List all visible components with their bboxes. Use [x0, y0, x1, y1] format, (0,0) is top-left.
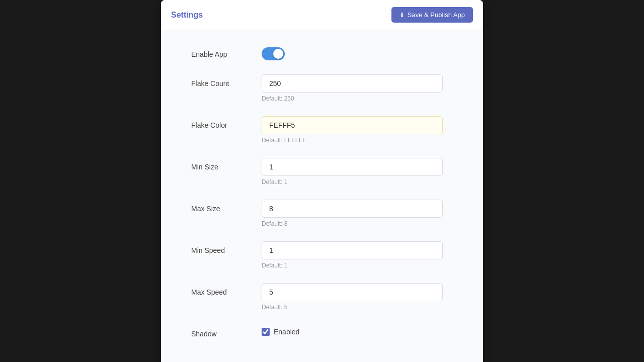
min-speed-hint: Default: 1 [262, 262, 443, 269]
max-speed-row: Max Speed Default: 5 [191, 283, 443, 311]
flake-count-row: Flake Count Default: 250 [191, 74, 443, 102]
min-size-label: Min Size [191, 158, 262, 171]
shadow-checkbox-row: Enabled [262, 325, 443, 336]
flake-count-label: Flake Count [191, 74, 262, 87]
max-size-hint: Default: 8 [262, 220, 443, 227]
enable-app-row: Enable App [191, 45, 443, 60]
shadow-row: Shadow Enabled [191, 325, 443, 338]
toggle-thumb [273, 49, 283, 59]
flake-color-label: Flake Color [191, 116, 262, 129]
shadow-checkbox[interactable] [262, 328, 270, 336]
flake-count-input[interactable] [262, 74, 443, 93]
shadow-control: Enabled [262, 325, 443, 336]
flake-color-hint: Default: FFFFFF [262, 137, 443, 144]
min-size-row: Min Size Default: 1 [191, 158, 443, 186]
enable-app-label: Enable App [191, 45, 262, 58]
max-size-label: Max Size [191, 200, 262, 213]
max-size-row: Max Size Default: 8 [191, 200, 443, 227]
shadow-label: Shadow [191, 325, 262, 338]
max-speed-hint: Default: 5 [262, 304, 443, 311]
save-publish-button-top[interactable]: Save & Publish App [391, 7, 473, 23]
max-speed-control: Default: 5 [262, 283, 443, 311]
flake-color-input[interactable] [262, 116, 443, 134]
flake-count-control: Default: 250 [262, 74, 443, 102]
app-container: Settings Save & Publish App Enable App [161, 0, 483, 362]
min-size-hint: Default: 1 [262, 178, 443, 186]
min-speed-input[interactable] [262, 241, 443, 259]
max-size-input[interactable] [262, 200, 443, 218]
enable-app-toggle[interactable] [262, 47, 285, 60]
min-speed-control: Default: 1 [262, 241, 443, 269]
download-icon [399, 11, 405, 19]
flake-color-row: Flake Color Default: FFFFFF [191, 116, 443, 144]
header: Settings Save & Publish App [161, 0, 483, 30]
toggle-wrapper [262, 45, 443, 60]
min-speed-label: Min Speed [191, 241, 262, 254]
enable-app-control [262, 45, 443, 60]
max-speed-input[interactable] [262, 283, 443, 301]
max-size-control: Default: 8 [262, 200, 443, 227]
min-size-input[interactable] [262, 158, 443, 176]
flake-count-hint: Default: 250 [262, 95, 443, 102]
settings-content: Enable App Flake Count Default: 250 [161, 30, 483, 362]
min-speed-row: Min Speed Default: 1 [191, 241, 443, 269]
shadow-checkbox-label: Enabled [274, 328, 299, 336]
min-size-control: Default: 1 [262, 158, 443, 186]
max-speed-label: Max Speed [191, 283, 262, 296]
page-title: Settings [171, 11, 203, 20]
flake-color-control: Default: FFFFFF [262, 116, 443, 144]
